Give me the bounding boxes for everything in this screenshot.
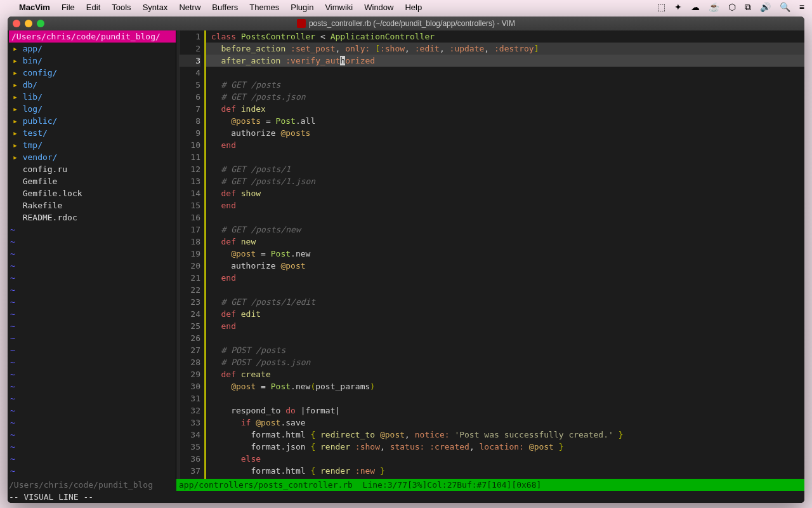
code-line[interactable]: # GET /posts.json (206, 91, 804, 103)
code-line[interactable]: def show (206, 187, 804, 199)
cloud-icon[interactable]: ☁ (691, 2, 700, 12)
tree-dir[interactable]: ▸ public/ (9, 115, 176, 127)
menu-netrw[interactable]: Netrw (179, 3, 200, 12)
code-line[interactable]: end (206, 139, 804, 151)
code-line[interactable] (206, 211, 804, 224)
line-number: 18 (180, 236, 200, 248)
code-line[interactable]: end (206, 320, 804, 332)
code-line[interactable]: def edit (206, 308, 804, 320)
code-line[interactable]: class PostsController < ApplicationContr… (206, 30, 804, 43)
tree-file[interactable]: config.ru (9, 163, 176, 175)
line-number: 6 (180, 91, 200, 103)
tree-dir[interactable]: ▸ lib/ (9, 91, 176, 103)
window-titlebar[interactable]: posts_controller.rb (~/code/pundit_blog/… (8, 17, 804, 30)
code-line[interactable] (206, 151, 804, 163)
tree-dir[interactable]: ▸ db/ (9, 79, 176, 91)
window-minimize-icon[interactable] (25, 20, 32, 27)
code-line[interactable]: after_action :verify_authorized (206, 55, 804, 67)
code-line[interactable]: @post = Post.new(post_params) (206, 380, 804, 392)
command-line[interactable]: -- VISUAL LINE -- (8, 491, 804, 503)
line-number: 33 (180, 417, 200, 429)
code-line[interactable]: end (206, 272, 804, 284)
tree-file[interactable]: Gemfile.lock (9, 187, 176, 199)
menu-buffers[interactable]: Buffers (212, 3, 238, 12)
tree-file[interactable]: Gemfile (9, 175, 176, 187)
window-zoom-icon[interactable] (37, 20, 44, 27)
tree-file[interactable]: README.rdoc (9, 211, 176, 224)
tree-dir[interactable]: ▸ config/ (9, 67, 176, 79)
menu-vimwiki[interactable]: Vimwiki (325, 3, 353, 12)
file-explorer-sidebar[interactable]: /Users/chris/code/pundit_blog/ ▸ app/▸ b… (8, 30, 176, 479)
spotlight-icon[interactable]: 🔍 (780, 2, 790, 12)
tree-dir[interactable]: ▸ log/ (9, 103, 176, 115)
code-line[interactable]: def index (206, 103, 804, 115)
code-line[interactable]: # POST /posts (206, 344, 804, 356)
dropbox-icon[interactable]: ⬡ (728, 2, 736, 12)
menu-plugin[interactable]: Plugin (291, 3, 313, 12)
empty-line-tilde: ~ (9, 308, 176, 320)
code-line[interactable]: format.html { redirect_to @post, notice:… (206, 429, 804, 441)
line-number: 36 (180, 453, 200, 465)
window-close-icon[interactable] (13, 20, 20, 27)
code-line[interactable]: if @post.save (206, 417, 804, 429)
code-line[interactable] (206, 284, 804, 296)
code-line[interactable]: # POST /posts.json (206, 356, 804, 368)
line-number: 14 (180, 187, 200, 199)
app-icon[interactable]: ☕ (709, 2, 719, 12)
code-area[interactable]: class PostsController < ApplicationContr… (206, 30, 804, 479)
line-number: 16 (180, 211, 200, 224)
line-number: 21 (180, 272, 200, 284)
screen-record-icon[interactable]: ⬚ (657, 2, 665, 12)
code-line[interactable]: # GET /posts (206, 79, 804, 91)
empty-line-tilde: ~ (9, 320, 176, 332)
code-line[interactable]: def create (206, 368, 804, 380)
menu-tools[interactable]: Tools (112, 3, 131, 12)
window-title: posts_controller.rb (~/code/pundit_blog/… (309, 19, 515, 28)
menu-extras-icon[interactable]: ≡ (799, 2, 804, 12)
app-menu[interactable]: MacVim (19, 3, 50, 12)
menu-edit[interactable]: Edit (86, 3, 100, 12)
tree-dir[interactable]: ▸ bin/ (9, 55, 176, 67)
code-line[interactable]: # GET /posts/1.json (206, 175, 804, 187)
line-number: 25 (180, 320, 200, 332)
code-line[interactable]: # GET /posts/new (206, 224, 804, 236)
code-line[interactable]: else (206, 453, 804, 465)
code-line[interactable]: authorize @post (206, 260, 804, 272)
empty-line-tilde: ~ (9, 465, 176, 477)
statusline-area: /Users/chris/code/pundit_blog app/contro… (8, 479, 804, 503)
code-line[interactable]: @posts = Post.all (206, 115, 804, 127)
empty-line-tilde: ~ (9, 260, 176, 272)
notifications-icon[interactable]: ✦ (674, 2, 682, 12)
menu-window[interactable]: Window (364, 3, 393, 12)
tree-file[interactable]: Rakefile (9, 199, 176, 211)
code-line[interactable]: # GET /posts/1 (206, 163, 804, 175)
tree-dir[interactable]: ▸ tmp/ (9, 139, 176, 151)
code-line[interactable] (206, 392, 804, 404)
tree-dir[interactable]: ▸ app/ (9, 43, 176, 55)
code-line[interactable] (206, 67, 804, 79)
line-number: 10 (180, 139, 200, 151)
tree-dir[interactable]: ▸ test/ (9, 127, 176, 139)
code-line[interactable]: @post = Post.new (206, 248, 804, 260)
statusline-sidebar: /Users/chris/code/pundit_blog (8, 479, 176, 491)
code-line[interactable]: respond_to do |format| (206, 404, 804, 417)
code-line[interactable]: # GET /posts/1/edit (206, 296, 804, 308)
code-line[interactable]: before_action :set_post, only: [:show, :… (206, 43, 804, 55)
menubar-status-icons: ⬚ ✦ ☁ ☕ ⬡ ⧉ 🔊 🔍 ≡ (657, 2, 804, 13)
line-number: 5 (180, 79, 200, 91)
editor-pane[interactable]: 1234567891011121314151617181920212223242… (176, 30, 804, 479)
code-line[interactable] (206, 332, 804, 344)
menu-help[interactable]: Help (405, 3, 422, 12)
volume-icon[interactable]: 🔊 (760, 2, 771, 12)
code-line[interactable]: format.json { render :show, status: :cre… (206, 441, 804, 453)
menu-themes[interactable]: Themes (249, 3, 279, 12)
tree-dir[interactable]: ▸ vendor/ (9, 151, 176, 163)
code-line[interactable]: end (206, 199, 804, 211)
sidebar-path: /Users/chris/code/pundit_blog/ (9, 30, 176, 43)
code-line[interactable]: authorize @posts (206, 127, 804, 139)
code-line[interactable]: format.html { render :new } (206, 465, 804, 477)
code-line[interactable]: def new (206, 236, 804, 248)
menu-file[interactable]: File (62, 3, 75, 12)
wifi-icon[interactable]: ⧉ (745, 2, 751, 13)
menu-syntax[interactable]: Syntax (143, 3, 168, 12)
